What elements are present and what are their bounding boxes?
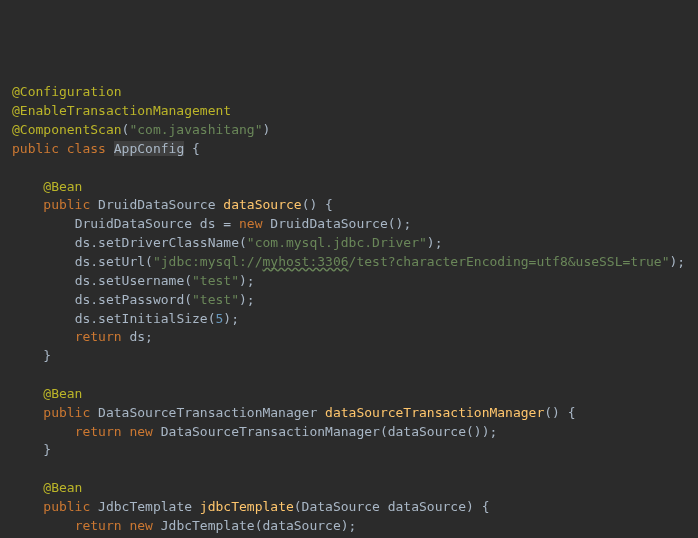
ctor-type: DruidDataSource [270,216,387,231]
paren-open: ( [294,499,302,514]
annotation-bean: @Bean [43,386,82,401]
brace-open: { [192,141,200,156]
equals: = [223,216,231,231]
keyword-return: return [75,424,122,439]
paren-open: ( [145,254,153,269]
call-datasource: dataSource [388,424,466,439]
keyword-class: class [67,141,106,156]
paren-open: ( [239,235,247,250]
keyword-new: new [129,518,152,533]
keyword-new: new [129,424,152,439]
param-type: DataSource [302,499,380,514]
ctor-type: DataSourceTransactionManager [161,424,380,439]
annotation-bean: @Bean [43,179,82,194]
paren-open: ( [184,292,192,307]
semi: ; [489,424,497,439]
paren-open: ( [544,405,552,420]
method-jdbctemplate: jdbcTemplate [200,499,294,514]
keyword-public: public [43,499,90,514]
paren-open: ( [184,273,192,288]
semi: ; [247,292,255,307]
brace-open: { [325,197,333,212]
annotation-component-scan: @ComponentScan [12,122,122,137]
semi: ; [435,235,443,250]
call-setusername: setUsername [98,273,184,288]
paren-open: ( [380,424,388,439]
paren-close: ) [223,311,231,326]
paren-close: ) [262,122,270,137]
local-ds: ds [129,329,145,344]
paren-close: ) [427,235,435,250]
paren-close: ) [552,405,560,420]
brace-close: } [43,442,51,457]
annotation-configuration: @Configuration [12,84,122,99]
username-string: "test" [192,273,239,288]
local-ds: ds [200,216,216,231]
keyword-public: public [12,141,59,156]
keyword-new: new [239,216,262,231]
call-seturl: setUrl [98,254,145,269]
local-ds: ds [75,273,91,288]
param-datasource: dataSource [388,499,466,514]
method-datasource: dataSource [223,197,301,212]
ctor-type: JdbcTemplate [161,518,255,533]
call-setdriver: setDriverClassName [98,235,239,250]
keyword-return: return [75,518,122,533]
return-type: JdbcTemplate [98,499,192,514]
semi: ; [247,273,255,288]
code-block: @Configuration @EnableTransactionManagem… [12,83,686,538]
paren-close: ) [239,292,247,307]
paren-close: ) [341,518,349,533]
annotation-bean: @Bean [43,480,82,495]
url-host: myhost:3306 [262,254,348,269]
annotation-enable-tx: @EnableTransactionManagement [12,103,231,118]
semi: ; [231,311,239,326]
brace-open: { [482,499,490,514]
brace-open: { [568,405,576,420]
semi: ; [349,518,357,533]
keyword-public: public [43,197,90,212]
paren-close: ) [239,273,247,288]
paren-open: ( [466,424,474,439]
url-suffix: /test?characterEncoding=utf8&useSSL=true… [349,254,670,269]
semi: ; [403,216,411,231]
arg-datasource: dataSource [262,518,340,533]
semi: ; [145,329,153,344]
local-ds: ds [75,235,91,250]
password-string: "test" [192,292,239,307]
scan-package-string: "com.javashitang" [129,122,262,137]
call-setinitialsize: setInitialSize [98,311,208,326]
driver-string: "com.mysql.jdbc.Driver" [247,235,427,250]
paren-close: ) [474,424,482,439]
paren-close: ) [466,499,474,514]
method-txmanager: dataSourceTransactionManager [325,405,544,420]
paren-open: ( [208,311,216,326]
brace-close: } [43,348,51,363]
class-name: AppConfig [114,141,184,156]
semi: ; [677,254,685,269]
return-type: DruidDataSource [98,197,215,212]
return-type: DataSourceTransactionManager [98,405,317,420]
paren-close: ) [309,197,317,212]
local-ds: ds [75,311,91,326]
keyword-public: public [43,405,90,420]
url-prefix: "jdbc:mysql:// [153,254,263,269]
keyword-return: return [75,329,122,344]
local-type: DruidDataSource [75,216,192,231]
local-ds: ds [75,292,91,307]
paren-open: ( [388,216,396,231]
local-ds: ds [75,254,91,269]
call-setpassword: setPassword [98,292,184,307]
